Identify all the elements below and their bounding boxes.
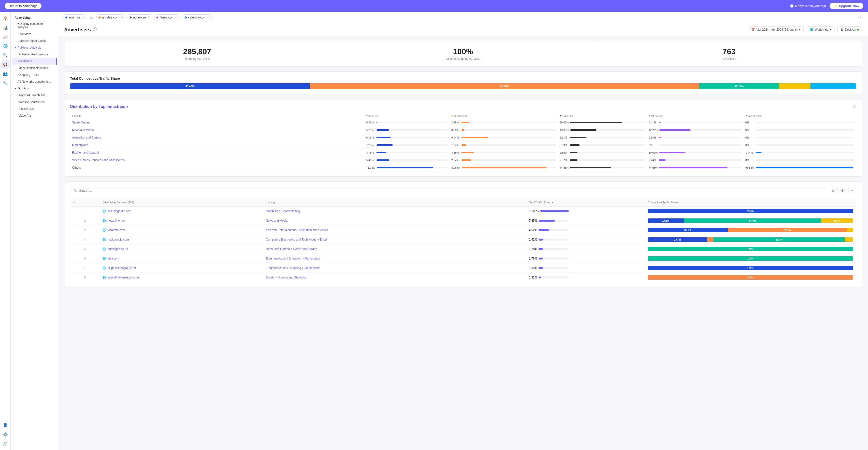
industry-category[interactable]: Sports > Hunting and Shooting	[266, 276, 306, 279]
sidebar-item-display-ads[interactable]: Display Ads	[11, 106, 58, 112]
row-industry: Computers Electronics and Technology > E…	[263, 235, 526, 245]
sidebar-item-video-ads[interactable]: Video Ads	[11, 112, 58, 119]
home-icon-btn[interactable]: 🏠	[1, 14, 9, 22]
row-domain: 🌐 visortmo.com	[99, 225, 263, 235]
return-homepage-button[interactable]: Return to homepage	[5, 3, 41, 9]
sidebar-item-keyword-search-ads[interactable]: Keyword Search Ads	[11, 92, 58, 99]
upgrade-button[interactable]: ✨ Upgrade Now	[830, 3, 863, 9]
comp-seg	[707, 237, 713, 242]
region-filter-button[interactable]: 🌐 Worldwide ▾	[807, 26, 835, 33]
traffic-seg-airtable: 49.58%	[310, 83, 699, 89]
domain-link[interactable]: 🌐 br-go.kelkoogroup.net	[102, 266, 260, 270]
domain-link[interactable]: 🌐 britishgas.co.uk	[102, 247, 260, 251]
sidebar-item-find-ads[interactable]: ▾ Find Ads	[11, 85, 58, 92]
industry-category[interactable]: News and Media	[266, 219, 287, 222]
industry-category[interactable]: Arts and Entertainment > Animation and C…	[266, 228, 328, 232]
dist-industry-name[interactable]: Video Games Consoles and Accessories	[70, 157, 364, 164]
domain-link[interactable]: 🌐 etsy.com	[102, 257, 260, 260]
sidebar-item-overview[interactable]: Overview	[11, 31, 58, 37]
col-industry: industry	[70, 113, 364, 119]
domain-link[interactable]: 🌐 visortmo.com	[102, 228, 260, 232]
dist-header: Distribution by Top Industries ▾ ⓘ	[70, 104, 856, 109]
notion-close-icon[interactable]: ✕	[148, 16, 150, 19]
dist-industry-name[interactable]: Sports Betting	[70, 119, 364, 126]
zoom-close-icon[interactable]: ✕	[83, 16, 85, 19]
sidebar-item-monetization[interactable]: Monetization Networks	[11, 65, 58, 72]
stat-outgoing-ads: 285,807 Outgoing Ads Visits	[64, 41, 330, 66]
more-options-button[interactable]: ···	[858, 15, 863, 20]
dist-title: Distribution by Top Industries ▾	[70, 104, 128, 109]
ads-icon-btn[interactable]: 📢	[1, 60, 9, 68]
filter-icon-btn[interactable]: 🔧	[1, 79, 9, 87]
dist-calendly-cell: 0%	[743, 119, 856, 126]
industry-category[interactable]: E-commerce and Shopping > Marketplace	[266, 257, 320, 260]
sidebar-item-website-search-ads[interactable]: Website Search Ads	[11, 99, 58, 106]
calendly-close-icon[interactable]: ✕	[208, 16, 211, 19]
sidebar-item-display-competitor[interactable]: ▾ Display competitor analysis	[12, 21, 57, 31]
search-icon-btn[interactable]: 🔍	[1, 51, 9, 59]
domain-link[interactable]: 🌐 mail.google.com	[102, 238, 260, 241]
cart-icon-btn[interactable]: 🛒	[1, 439, 9, 448]
people-icon-btn[interactable]: 👥	[1, 69, 9, 78]
trending-icon-btn[interactable]: 📈	[1, 33, 9, 41]
industry-category[interactable]: Gambling > Sports Betting	[266, 209, 300, 213]
page-header: Advertisers ⓘ 📅 Mar 2024 - Apr 2024 (2 M…	[58, 23, 868, 36]
date-filter-button[interactable]: 📅 Mar 2024 - Apr 2024 (2 Months) ▾	[748, 26, 804, 33]
row-domain: 🌐 mail.google.com	[99, 235, 263, 245]
row-industry: News and Media	[263, 216, 526, 225]
globe-icon-btn[interactable]: 🌐	[1, 42, 9, 50]
sidebar-item-advertisers[interactable]: Advertisers	[12, 58, 57, 65]
info-icon[interactable]: ⓘ	[93, 27, 97, 32]
dist-industry-name[interactable]: Fashion and Apparel	[70, 149, 364, 157]
comp-seg: 15.3%	[821, 219, 853, 223]
columns-toggle-button[interactable]: ⊞	[829, 187, 837, 194]
competitor-zoom[interactable]: zoom.us ✕	[63, 14, 87, 21]
page-header-controls: 📅 Mar 2024 - Apr 2024 (2 Months) ▾ 🌐 Wor…	[748, 26, 862, 33]
advertisers-label: Advertisers	[604, 57, 854, 60]
sidebar-item-ad-networks[interactable]: Ad Networks opportuniti...	[12, 78, 57, 85]
total-pct-label: Of Total Outgoing Ad Visits	[338, 57, 588, 60]
settings-table-button[interactable]: ⚙	[839, 187, 846, 194]
dist-calendly-cell: 0%	[743, 134, 856, 141]
add-column-button[interactable]: +	[848, 187, 856, 194]
dist-industry-name[interactable]: Marketplace	[70, 141, 364, 149]
outgoing-ads-label: Outgoing Ads Visits	[72, 57, 322, 60]
competitor-calendly[interactable]: calendly.com ✕	[183, 14, 213, 21]
dist-airtable-cell: 9.04%	[449, 134, 558, 141]
dist-industry-name[interactable]: Animation and Comics	[70, 134, 364, 141]
table-row: 6 🌐 etsy.com E-commerce and Shopping > M…	[70, 254, 856, 263]
industry-category[interactable]: Computers Electronics and Technology > E…	[266, 238, 327, 241]
search-box[interactable]: 🔍	[70, 187, 827, 194]
favicon-icon: 🌐	[102, 209, 106, 213]
advertisers-number: 763	[604, 47, 854, 56]
domain-link[interactable]: 🌐 link.joingekko.com	[102, 209, 260, 213]
chart-icon-btn[interactable]: 📊	[1, 23, 9, 32]
row-domain: 🌐 news.line.me	[99, 216, 263, 225]
dist-highlight[interactable]: Top Industries	[98, 105, 125, 109]
search-input[interactable]	[79, 189, 824, 192]
dist-industry-name[interactable]: News and Media	[70, 126, 364, 134]
industry-category[interactable]: E-commerce and Shopping > Marketplace	[266, 266, 320, 270]
sidebar-item-outgoing-traffic[interactable]: Outgoing Traffic	[11, 72, 58, 78]
advertising-section-title[interactable]: Advertising	[11, 14, 58, 21]
device-filter-button[interactable]: 🖥 Desktop	[837, 26, 862, 33]
domain-link[interactable]: 🌐 news.line.me	[102, 219, 260, 222]
competitor-notion[interactable]: notion.so ✕	[127, 14, 152, 21]
domain-link[interactable]: 🌐 sosselftdefensetool.com	[102, 276, 260, 279]
figma-close-icon[interactable]: ✕	[176, 16, 178, 19]
sidebar-item-publisher-analysis[interactable]: ▾ Publisher Analysis	[11, 44, 58, 51]
industry-category[interactable]: Home and Garden > Home and Garden	[266, 247, 317, 251]
profile-icon-btn[interactable]: 👤	[1, 421, 9, 429]
comp-seg: 100%	[648, 275, 853, 280]
col-comp-traffic: Competitive Traffic Share	[645, 198, 856, 206]
dist-info-icon[interactable]: ⓘ	[853, 105, 856, 109]
competitor-airtable[interactable]: airtable.com ✕	[96, 14, 125, 21]
settings-icon-btn[interactable]: ⚙️	[1, 430, 9, 438]
airtable-close-icon[interactable]: ✕	[121, 16, 123, 19]
row-num: 1	[70, 206, 100, 216]
sidebar-item-publisher-opportunities[interactable]: Publisher opportunities	[12, 37, 57, 44]
nav-sidebar: Advertising ▾ Display competitor analysi…	[11, 12, 58, 450]
sidebar-item-publisher-performance[interactable]: Publisher Performance	[11, 51, 58, 58]
competitor-figma[interactable]: figma.com ✕	[154, 14, 181, 21]
col-traffic[interactable]: Total Traffic Share ▼	[526, 198, 645, 206]
